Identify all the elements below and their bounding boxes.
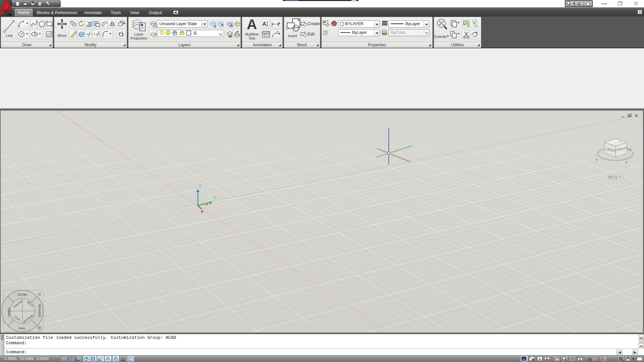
- svg-text:Y: Y: [213, 195, 216, 200]
- svg-text:0: 0: [194, 31, 197, 36]
- svg-text:Z: Z: [199, 184, 202, 189]
- svg-text:REWIND: REWIND: [38, 304, 42, 317]
- svg-text:A: A: [262, 21, 266, 27]
- svg-text:ZOOM: ZOOM: [17, 293, 27, 296]
- svg-text:ORBIT: ORBIT: [7, 307, 11, 317]
- svg-text:WCS: WCS: [608, 175, 618, 180]
- svg-text:1:1: 1:1: [592, 357, 597, 361]
- svg-text:PAN: PAN: [18, 326, 25, 330]
